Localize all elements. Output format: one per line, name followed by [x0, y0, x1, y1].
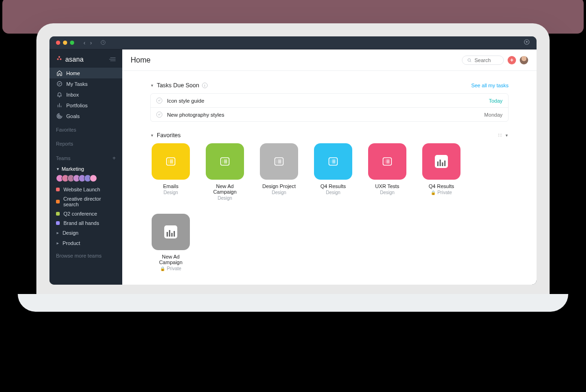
task-due: Monday: [484, 112, 502, 118]
nav-goals[interactable]: Goals: [49, 111, 122, 121]
subteam-label: Design: [63, 230, 78, 236]
nav-inbox[interactable]: Inbox: [49, 89, 122, 100]
card-subtitle: Design: [163, 190, 178, 195]
info-icon[interactable]: i: [202, 83, 208, 88]
task-due: Today: [489, 98, 502, 104]
upgrade-icon[interactable]: [523, 39, 530, 47]
bar-chart-icon: [56, 102, 63, 108]
tasks-due-header: ▼ Tasks Due Soon i See all my tasks: [150, 82, 509, 89]
nav-portfolios[interactable]: Portfolios: [49, 100, 122, 111]
subteam-design[interactable]: ▼ Design: [49, 228, 122, 238]
chevron-right-icon: ▼: [56, 241, 60, 245]
card-subtitle: Design: [272, 190, 286, 195]
project-tile-icon: [206, 143, 244, 180]
add-team-icon[interactable]: +: [112, 155, 116, 161]
nav-home[interactable]: Home: [49, 68, 122, 78]
card-subtitle: Design: [217, 196, 232, 201]
favorite-card[interactable]: New Ad CampaignDesign: [204, 143, 245, 201]
window-close-icon[interactable]: [56, 41, 60, 45]
nav-forward-icon[interactable]: ›: [90, 40, 92, 46]
project-tile-icon: [368, 143, 406, 180]
see-all-tasks-link[interactable]: See all my tasks: [471, 83, 509, 88]
favorite-card[interactable]: EmailsDesign: [150, 143, 191, 201]
section-title: Tasks Due Soon: [157, 82, 199, 89]
brand[interactable]: asana: [49, 49, 122, 68]
chevron-down-icon[interactable]: ▼: [150, 133, 154, 138]
card-title: UXR Tests: [375, 183, 399, 189]
create-button[interactable]: +: [508, 56, 516, 64]
content-scroll[interactable]: ▼ Tasks Due Soon i See all my tasks Icon…: [122, 71, 537, 285]
avatar: [90, 175, 97, 182]
svg-line-14: [470, 61, 471, 62]
main-header: Home Search +: [122, 49, 537, 71]
user-avatar[interactable]: [520, 56, 528, 64]
section-title: Favorites: [157, 132, 181, 139]
target-icon: [56, 113, 63, 119]
nav-back-icon[interactable]: ‹: [84, 40, 85, 46]
nav-label: My Tasks: [66, 81, 88, 87]
browse-more-teams[interactable]: Browse more teams: [49, 248, 122, 263]
chevron-down-icon: ▼: [56, 167, 60, 171]
favorites-header: ▼ Favorites ∷ ▼: [150, 132, 509, 139]
task-row[interactable]: New photography styles Monday: [151, 108, 508, 121]
subteam-product[interactable]: ▼ Product: [49, 238, 122, 248]
project-brand-all-hands[interactable]: Brand all hands: [49, 218, 122, 228]
main-panel: Home Search + ▼ Tasks Due Soon: [122, 49, 537, 285]
task-row[interactable]: Icon style guide Today: [151, 94, 508, 108]
project-label: Brand all hands: [63, 220, 99, 226]
card-subtitle: Design: [326, 190, 340, 195]
lock-icon: 🔒: [431, 190, 436, 195]
project-creative-director[interactable]: Creative director search: [49, 194, 122, 209]
history-icon[interactable]: [100, 39, 106, 47]
project-q2-conference[interactable]: Q2 conference: [49, 209, 122, 218]
nav-label: Inbox: [66, 92, 79, 98]
grid-view-icon: ∷: [498, 133, 502, 139]
chevron-down-icon[interactable]: ▼: [150, 84, 154, 88]
team-name: Marketing: [62, 166, 84, 172]
view-toggle[interactable]: ∷ ▼: [498, 133, 509, 139]
task-title: New photography styles: [167, 112, 224, 118]
favorite-card[interactable]: Q4 Results🔒Private: [421, 143, 462, 201]
project-label: Website Launch: [63, 187, 100, 192]
card-subtitle: 🔒Private: [160, 266, 181, 271]
portfolio-tile-icon: [152, 214, 190, 250]
sidebar-reports-label[interactable]: Reports: [49, 135, 122, 149]
window-minimize-icon[interactable]: [63, 41, 67, 45]
favorite-card[interactable]: Q4 ResultsDesign: [313, 143, 354, 201]
brand-name: asana: [65, 56, 84, 63]
sidebar-collapse-icon[interactable]: [108, 56, 116, 63]
sidebar-teams-label[interactable]: Teams +: [49, 149, 122, 164]
nav-my-tasks[interactable]: My Tasks: [49, 78, 122, 89]
svg-point-4: [60, 58, 62, 60]
screen-bezel: ‹ › asana: [36, 23, 550, 294]
sidebar: asana Home My Tasks: [49, 49, 122, 285]
project-label: Creative director search: [63, 196, 116, 207]
complete-checkbox-icon[interactable]: [156, 112, 162, 118]
project-tile-icon: [260, 143, 298, 180]
card-title: Q4 Results: [321, 183, 346, 189]
sidebar-favorites-label[interactable]: Favorites: [49, 121, 122, 135]
project-label: Q2 conference: [63, 211, 97, 217]
svg-point-12: [58, 115, 60, 117]
project-website-launch[interactable]: Website Launch: [49, 185, 122, 194]
bell-icon: [56, 91, 63, 98]
search-input[interactable]: Search: [462, 56, 504, 65]
nav-label: Home: [66, 70, 80, 76]
chevron-right-icon: ▼: [56, 231, 60, 235]
team-marketing[interactable]: ▼ Marketing: [49, 164, 122, 174]
primary-nav: Home My Tasks Inbox Portfolios: [49, 68, 122, 121]
complete-checkbox-icon[interactable]: [156, 98, 162, 104]
team-avatars[interactable]: [49, 174, 122, 185]
favorite-card[interactable]: New Ad Campaign🔒Private: [150, 214, 191, 271]
card-title: Emails: [163, 183, 178, 189]
task-title: Icon style guide: [167, 98, 204, 104]
favorite-card[interactable]: Design ProjectDesign: [258, 143, 300, 201]
favorites-grid: EmailsDesignNew Ad CampaignDesignDesign …: [150, 143, 509, 271]
window-maximize-icon[interactable]: [70, 41, 74, 45]
svg-point-2: [58, 56, 60, 58]
card-title: New Ad Campaign: [150, 254, 191, 265]
lock-icon: 🔒: [160, 266, 165, 271]
app-screen: ‹ › asana: [49, 36, 537, 285]
favorite-card[interactable]: UXR TestsDesign: [367, 143, 408, 201]
card-title: Q4 Results: [429, 183, 454, 189]
